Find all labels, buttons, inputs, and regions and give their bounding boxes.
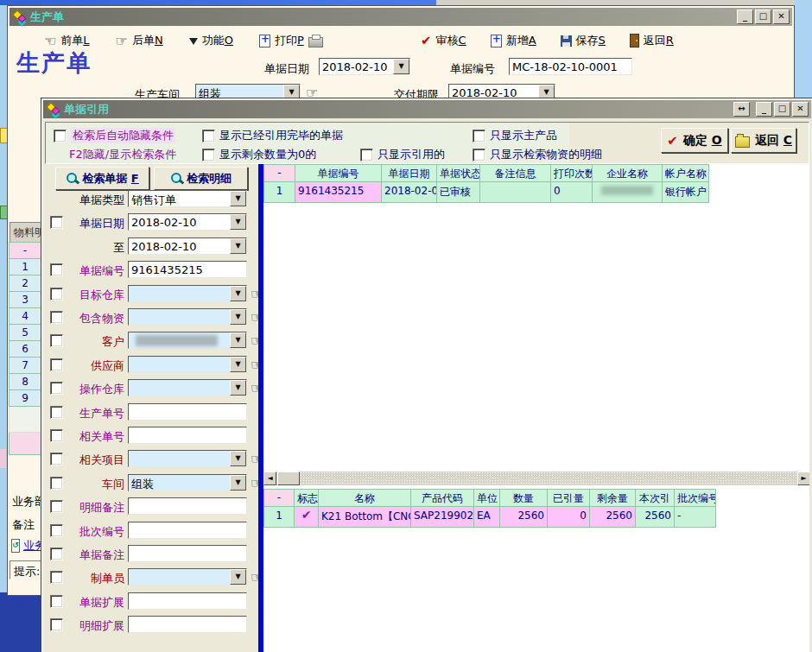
row-number-cell[interactable]: 3 (9, 292, 41, 308)
chevron-down-icon[interactable]: ▼ (230, 569, 246, 585)
table-row[interactable]: 191614352152018-02-05已审核0银行帐户 (263, 182, 709, 203)
grid-cell[interactable]: 已审核 (437, 182, 480, 203)
filter-combo-workshop[interactable]: 组装▼ (128, 474, 247, 491)
filter-combo-related-project[interactable]: ▼ (128, 450, 247, 467)
search-details-button[interactable]: 检索明细 (154, 167, 248, 190)
filter-combo-customer[interactable]: ▼ (128, 332, 247, 349)
scroll-right-button[interactable]: ► (797, 472, 809, 485)
chevron-down-icon[interactable]: ▼ (230, 214, 246, 230)
option-main-product-only[interactable]: 只显示主产品 (473, 128, 557, 143)
grid-cell[interactable]: 0 (551, 182, 593, 203)
scroll-left-button[interactable]: ◄ (263, 472, 276, 485)
filter-input-production-no[interactable] (128, 403, 247, 421)
filter-combo-date-from[interactable]: 2018-02-10▼ (128, 213, 247, 231)
filter-input-detail-note[interactable] (128, 497, 247, 515)
chevron-down-icon[interactable]: ▼ (230, 451, 246, 466)
grid-cell[interactable]: 2560 (636, 507, 675, 528)
grid-column-header[interactable]: 单位 (474, 489, 500, 507)
grid-column-header[interactable]: 打印次数 (551, 164, 593, 182)
maximize-button[interactable]: □ (755, 9, 771, 24)
option-searched-material-detail-only[interactable]: 只显示检索物资的明细 (473, 147, 602, 162)
grid-cell[interactable]: 9161435215 (295, 182, 382, 203)
chevron-down-icon[interactable]: ▼ (230, 286, 246, 301)
filter-input-related-no[interactable] (128, 427, 247, 444)
audit-button[interactable]: 审核C (421, 33, 466, 48)
grid-cell[interactable]: 1 (263, 507, 295, 528)
option-referenced-only[interactable]: 只显示引用的 (360, 147, 445, 162)
chevron-down-icon[interactable]: ▼ (230, 309, 246, 325)
table-row[interactable]: 1K21 Bottom【CNC】SAP21990280BEA2560025602… (263, 507, 716, 528)
option-show-zero-remaining[interactable]: 显示剩余数量为0的 (202, 147, 316, 162)
row-number-cell[interactable]: 7 (9, 358, 41, 374)
grid-column-header[interactable]: 批次编号 (675, 489, 716, 507)
scroll-thumb[interactable] (277, 472, 300, 485)
checkbox[interactable] (360, 149, 373, 161)
cancel-button[interactable]: 返回 C (731, 128, 796, 153)
filter-input-batch-no[interactable] (128, 522, 247, 539)
grid-column-header[interactable]: 数量 (500, 489, 548, 507)
grid-column-header[interactable]: 名称 (319, 489, 411, 507)
filter-input-doc-no[interactable]: 9161435215 (128, 261, 247, 278)
checkbox[interactable] (202, 149, 215, 161)
grid-column-header[interactable]: 企业名称 (593, 164, 663, 182)
grid-column-header[interactable]: 备注信息 (480, 164, 551, 182)
print-button[interactable]: 打印P (259, 33, 323, 48)
close-button[interactable]: ✕ (773, 9, 790, 24)
filter-input-detail-extend[interactable] (128, 616, 247, 633)
filter-combo-supplier[interactable]: ▼ (128, 356, 247, 373)
grid-column-header[interactable]: 单据编号 (295, 164, 382, 182)
grid-column-header[interactable]: 单据日期 (382, 164, 437, 182)
prev-doc-button[interactable]: 前单L (44, 33, 90, 49)
checkbox[interactable] (54, 130, 67, 142)
add-button[interactable]: 新增A (491, 33, 536, 48)
filter-combo-include-material[interactable]: ▼ (128, 308, 247, 326)
row-number-cell[interactable]: 5 (9, 325, 41, 341)
row-number-cell[interactable]: 6 (9, 341, 41, 358)
filter-combo-target-warehouse[interactable]: ▼ (128, 285, 247, 302)
function-menu-button[interactable]: 功能O (189, 33, 233, 49)
grid-cell[interactable] (593, 182, 663, 203)
grid-cell[interactable]: 2018-02-05 (382, 182, 437, 203)
option-auto-hide-after-search[interactable]: 检索后自动隐藏条件 (54, 128, 175, 143)
filter-combo-doc-type[interactable]: 销售订单▼ (128, 190, 247, 207)
grid-cell[interactable] (480, 182, 551, 203)
row-number-cell[interactable]: 8 (9, 374, 41, 390)
row-number-cell[interactable]: 4 (9, 308, 41, 325)
save-button[interactable]: 保存S (561, 33, 606, 48)
filter-input-doc-extend[interactable] (128, 592, 247, 610)
dialog-minimize-button[interactable]: _ (756, 102, 772, 117)
doc-no-input[interactable]: MC-18-02-10-0001 (509, 58, 632, 75)
chevron-down-icon[interactable]: ▼ (230, 191, 246, 206)
checkbox[interactable] (202, 130, 215, 142)
grid-column-header[interactable]: - (263, 489, 295, 507)
dialog-close-button[interactable]: ✕ (792, 102, 809, 117)
filter-combo-date-to[interactable]: 2018-02-10▼ (128, 237, 247, 255)
row-number-cell[interactable]: 9 (9, 390, 41, 407)
option-show-fully-referenced[interactable]: 显示已经引用完毕的单据 (202, 128, 343, 143)
search-docs-button[interactable]: 检索单据 F (55, 167, 149, 190)
dialog-maximize-button[interactable]: □ (774, 102, 790, 117)
grid-cell[interactable]: 0 (548, 507, 590, 528)
horizontal-scrollbar[interactable]: ◄ ► (263, 472, 809, 485)
filter-combo-operate-warehouse[interactable]: ▼ (128, 379, 247, 396)
row-number-cell[interactable]: 2 (9, 275, 41, 292)
filter-input-doc-note[interactable] (128, 545, 247, 562)
grid-cell[interactable]: SAP21990280B (411, 507, 474, 528)
checkbox[interactable] (473, 149, 485, 161)
grid-column-header[interactable]: - (263, 164, 295, 182)
doc-date-combo[interactable]: 2018-02-10▼ (319, 58, 410, 75)
row-number-cell[interactable]: 1 (9, 259, 41, 275)
minimize-button[interactable]: _ (737, 9, 753, 24)
grid-column-header[interactable]: 剩余量 (590, 489, 636, 507)
grid-column-header[interactable]: 帐户名称 (663, 164, 709, 182)
filter-combo-creator[interactable]: ▼ (128, 568, 247, 586)
grid-cell[interactable]: - (675, 507, 716, 528)
chevron-down-icon[interactable]: ▼ (230, 380, 246, 396)
grid-cell[interactable] (295, 507, 319, 528)
return-button[interactable]: 返回R (630, 33, 674, 48)
grid-cell[interactable]: 2560 (500, 507, 548, 528)
row-number-cell[interactable] (9, 407, 41, 433)
ok-button[interactable]: 确定 O (661, 128, 728, 153)
grid-column-header[interactable]: 已引量 (548, 489, 590, 507)
next-doc-button[interactable]: 后单N (116, 33, 163, 49)
